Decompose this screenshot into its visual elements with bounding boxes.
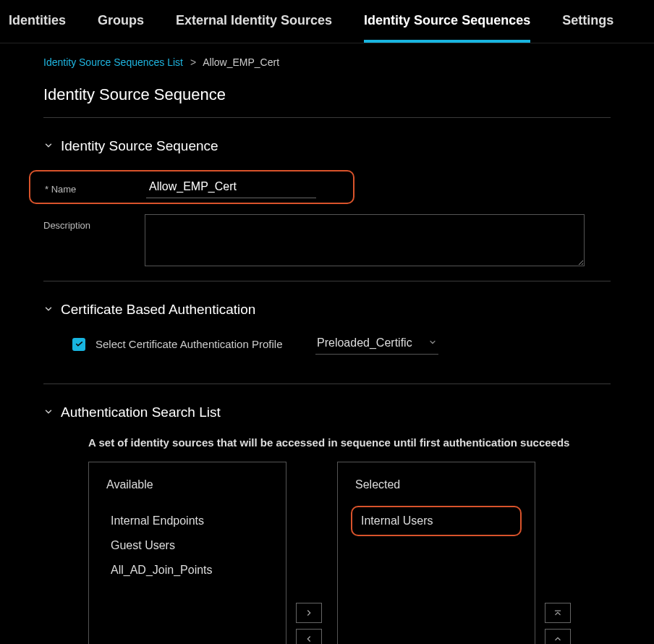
tab-identities[interactable]: Identities <box>9 13 66 43</box>
tab-settings[interactable]: Settings <box>562 13 613 43</box>
page-title: Identity Source Sequence <box>43 85 611 117</box>
auth-description: A set of identity sources that will be a… <box>43 436 611 449</box>
section-iss-title: Identity Source Sequence <box>61 138 218 154</box>
top-tabs: Identities Groups External Identity Sour… <box>0 0 654 43</box>
chevron-down-icon <box>43 304 54 316</box>
chevron-right-icon <box>304 608 314 618</box>
move-right-button[interactable] <box>296 603 322 623</box>
cert-profile-selected-value: Preloaded_Certific <box>317 336 428 349</box>
chevron-top-icon <box>553 608 563 618</box>
available-list: Available Internal Endpoints Guest Users… <box>88 462 286 644</box>
tab-identity-source-sequences[interactable]: Identity Source Sequences <box>364 13 530 43</box>
divider <box>43 117 611 118</box>
section-auth-header[interactable]: Authentication Search List <box>43 404 611 420</box>
breadcrumb: Identity Source Sequences List > Allow_E… <box>43 56 611 85</box>
move-top-button[interactable] <box>545 603 571 623</box>
list-item[interactable]: Guest Users <box>106 533 268 558</box>
tab-groups[interactable]: Groups <box>98 13 144 43</box>
chevron-left-icon <box>304 634 314 644</box>
breadcrumb-separator: > <box>190 56 196 68</box>
tab-external-identity-sources[interactable]: External Identity Sources <box>176 13 332 43</box>
selected-list: Selected Internal Users <box>337 462 535 644</box>
section-iss-header[interactable]: Identity Source Sequence <box>43 138 611 154</box>
breadcrumb-current: Allow_EMP_Cert <box>203 56 279 68</box>
selected-title: Selected <box>355 478 517 491</box>
list-item[interactable]: Internal Endpoints <box>106 509 268 533</box>
move-left-button[interactable] <box>296 629 322 644</box>
divider <box>43 384 611 384</box>
name-input[interactable] <box>146 179 316 198</box>
chevron-down-icon <box>43 140 54 153</box>
chevron-up-icon <box>553 634 563 644</box>
name-row-highlight: * Name <box>29 170 354 204</box>
name-label: * Name <box>45 182 146 195</box>
available-title: Available <box>106 478 268 491</box>
dual-list: Available Internal Endpoints Guest Users… <box>43 462 611 644</box>
section-cert-header[interactable]: Certificate Based Authentication <box>43 302 611 318</box>
description-textarea[interactable] <box>145 214 585 266</box>
list-item[interactable]: Internal Users <box>351 506 522 536</box>
section-cert-title: Certificate Based Authentication <box>61 302 255 318</box>
list-item[interactable]: All_AD_Join_Points <box>106 558 268 582</box>
check-icon <box>75 339 84 349</box>
chevron-down-icon <box>428 337 437 349</box>
cert-profile-checkbox[interactable] <box>72 338 85 351</box>
breadcrumb-link[interactable]: Identity Source Sequences List <box>43 56 183 68</box>
divider <box>43 281 611 281</box>
cert-profile-label: Select Certificate Authentication Profil… <box>95 338 305 350</box>
cert-profile-select[interactable]: Preloaded_Certific <box>315 334 438 355</box>
section-auth-title: Authentication Search List <box>61 404 221 420</box>
description-label: Description <box>43 214 145 231</box>
move-up-button[interactable] <box>545 629 571 644</box>
chevron-down-icon <box>43 407 54 419</box>
